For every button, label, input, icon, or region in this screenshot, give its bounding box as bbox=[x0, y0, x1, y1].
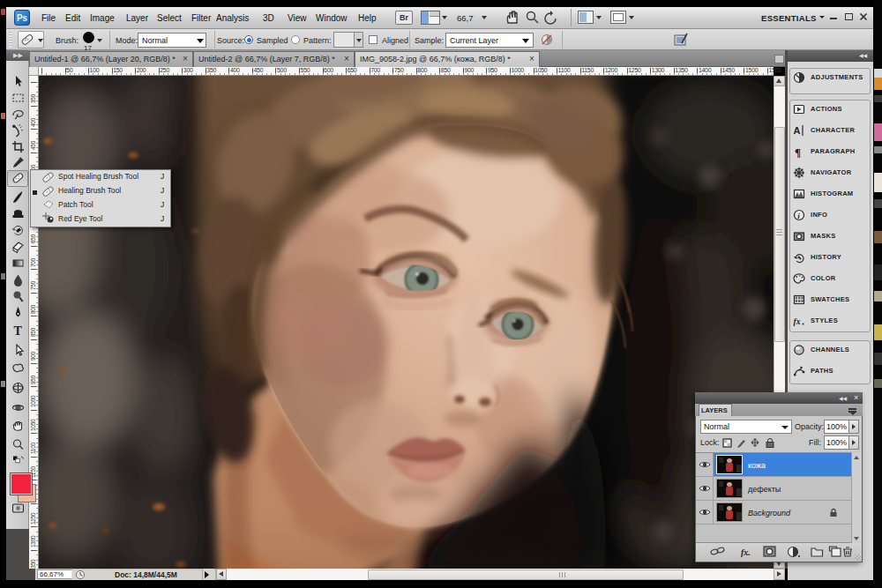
svg-text:¶: ¶ bbox=[795, 145, 801, 158]
svg-text:fx: fx bbox=[794, 317, 801, 326]
svg-text:fx.: fx. bbox=[741, 547, 751, 557]
svg-text:T: T bbox=[14, 324, 23, 338]
svg-text:A: A bbox=[794, 125, 801, 136]
